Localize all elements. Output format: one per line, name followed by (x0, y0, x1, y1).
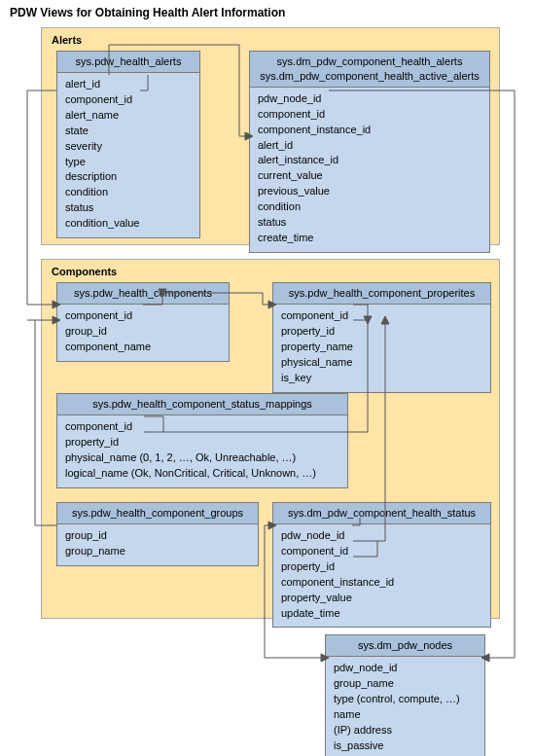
entity-health-alerts: sys.pdw_health_alerts alert_id component… (56, 51, 200, 238)
entity-component-groups: sys.pdw_health_component_groups group_id… (56, 502, 259, 566)
column: property_name (281, 340, 482, 355)
entity-component-health-status: sys.dm_pdw_component_health_status pdw_n… (272, 502, 491, 628)
column: component_instance_id (281, 575, 482, 591)
column: alert_id (258, 138, 481, 154)
column: is_key (281, 371, 482, 386)
column: group_id (65, 528, 250, 544)
column: create_time (258, 231, 481, 246)
column: severity (65, 139, 192, 155)
entity-title: sys.pdw_health_component_properites (277, 286, 486, 301)
page-title: PDW Views for Obtaining Health Alert Inf… (10, 6, 285, 19)
column: current_value (258, 168, 481, 184)
column: property_id (65, 435, 339, 450)
column: property_id (281, 559, 482, 575)
entity-health-components: sys.pdw_health_components component_id g… (56, 282, 230, 362)
column: physical_name (0, 1, 2, …, Ok, Unreachab… (65, 450, 339, 466)
column: type (control, compute, …) (334, 692, 477, 707)
column: component_id (65, 419, 339, 435)
column: previous_value (258, 184, 481, 199)
column: pdw_node_id (281, 528, 482, 544)
entity-header: sys.pdw_health_component_properites (273, 283, 490, 305)
column: description (65, 169, 192, 185)
entity-header: sys.pdw_health_component_groups (57, 503, 258, 524)
entity-comp-health-alerts: sys.dm_pdw_component_health_alerts sys.d… (249, 51, 490, 253)
column: physical_name (281, 355, 482, 371)
entity-body: group_id group_name (57, 524, 258, 565)
column: alert_id (65, 77, 192, 92)
entity-body: pdw_node_id group_name type (control, co… (326, 657, 484, 756)
entity-title: sys.dm_pdw_component_health_active_alert… (254, 69, 485, 84)
column: (IP) address (334, 723, 477, 738)
entity-title: sys.dm_pdw_nodes (330, 638, 481, 653)
column: component_id (281, 308, 482, 324)
section-alerts-label: Alerts (52, 34, 82, 46)
column: group_id (65, 324, 221, 340)
entity-title: sys.pdw_health_component_status_mappings (61, 397, 343, 412)
entity-header: sys.dm_pdw_component_health_status (273, 503, 490, 524)
entity-body: component_id property_id property_name p… (273, 305, 490, 392)
column: is_passive (334, 738, 477, 754)
entity-header: sys.dm_pdw_component_health_alerts sys.d… (250, 52, 489, 88)
column: condition (65, 185, 192, 200)
column: status (258, 215, 481, 231)
section-components-label: Components (52, 266, 117, 277)
column: type (65, 155, 192, 170)
column: name (334, 707, 477, 723)
entity-body: component_id property_id physical_name (… (57, 415, 347, 487)
column: condition (258, 199, 481, 215)
entity-title: sys.dm_pdw_component_health_alerts (254, 54, 485, 69)
entity-title: sys.pdw_health_component_groups (61, 506, 254, 521)
entity-header: sys.dm_pdw_nodes (326, 635, 484, 657)
column: group_name (65, 544, 250, 559)
column: group_name (334, 676, 477, 692)
entity-header: sys.pdw_health_component_status_mappings (57, 394, 347, 415)
column: condition_value (65, 216, 192, 232)
entity-title: sys.pdw_health_alerts (61, 54, 196, 69)
entity-header: sys.pdw_health_components (57, 283, 229, 305)
column: pdw_node_id (258, 91, 481, 107)
column: alert_instance_id (258, 153, 481, 168)
column: component_id (281, 544, 482, 559)
column: alert_name (65, 108, 192, 124)
column: status (65, 200, 192, 216)
column: component_id (258, 107, 481, 123)
column: component_id (65, 92, 192, 108)
column: logical_name (Ok, NonCritical, Critical,… (65, 466, 339, 482)
column: component_id (65, 308, 221, 324)
column: component_instance_id (258, 123, 481, 138)
entity-pdw-nodes: sys.dm_pdw_nodes pdw_node_id group_name … (325, 634, 485, 756)
entity-body: alert_id component_id alert_name state s… (57, 73, 199, 237)
entity-body: component_id group_id component_name (57, 305, 229, 361)
entity-title: sys.dm_pdw_component_health_status (277, 506, 486, 521)
entity-header: sys.pdw_health_alerts (57, 52, 199, 73)
column: component_name (65, 340, 221, 355)
column: state (65, 124, 192, 139)
entity-title: sys.pdw_health_components (61, 286, 225, 301)
entity-status-mappings: sys.pdw_health_component_status_mappings… (56, 393, 348, 488)
column: pdw_node_id (334, 661, 477, 676)
entity-body: pdw_node_id component_id component_insta… (250, 88, 489, 252)
column: property_id (281, 324, 482, 340)
column: update_time (281, 606, 482, 622)
entity-body: pdw_node_id component_id property_id com… (273, 524, 490, 628)
column: property_value (281, 591, 482, 606)
entity-health-component-properties: sys.pdw_health_component_properites comp… (272, 282, 491, 393)
